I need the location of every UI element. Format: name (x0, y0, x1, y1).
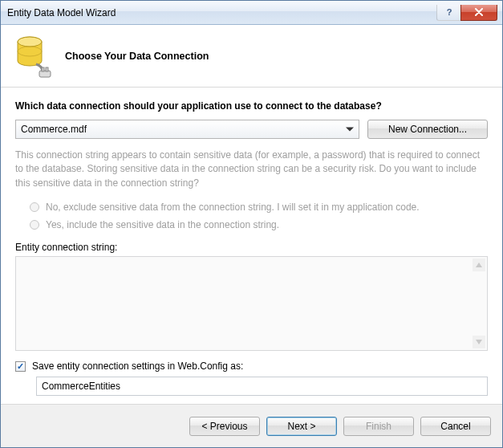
radio-include-sensitive: Yes, include the sensitive data in the c… (30, 219, 488, 230)
step-title: Choose Your Data Connection (65, 51, 209, 62)
save-settings-label: Save entity connection settings in Web.C… (32, 360, 243, 372)
previous-label: < Previous (201, 421, 247, 432)
window-title: Entity Data Model Wizard (7, 7, 436, 18)
scroll-down-icon[interactable] (473, 336, 485, 348)
connection-combobox-value: Commerce.mdf (21, 124, 87, 135)
svg-rect-6 (46, 67, 48, 71)
connection-question: Which data connection should your applic… (15, 100, 488, 112)
titlebar: Entity Data Model Wizard ? (1, 1, 502, 25)
cancel-button[interactable]: Cancel (420, 417, 491, 436)
finish-label: Finish (366, 421, 391, 432)
radio-include-label: Yes, include the sensitive data in the c… (46, 219, 279, 230)
save-settings-checkbox-row: ✓ Save entity connection settings in Web… (15, 360, 488, 372)
radio-exclude-sensitive: No, exclude sensitive data from the conn… (30, 202, 488, 213)
new-connection-button[interactable]: New Connection... (367, 120, 488, 139)
connection-row: Commerce.mdf New Connection... (15, 120, 488, 139)
wizard-header: Choose Your Data Connection (1, 25, 502, 88)
wizard-content: Which data connection should your applic… (1, 88, 502, 404)
help-button[interactable]: ? (436, 5, 460, 21)
scrollbar[interactable] (473, 259, 485, 348)
close-icon (474, 8, 484, 16)
cancel-label: Cancel (440, 421, 470, 432)
close-button[interactable] (460, 5, 497, 21)
radio-icon (30, 202, 39, 212)
radio-exclude-label: No, exclude sensitive data from the conn… (46, 202, 420, 213)
save-settings-checkbox[interactable]: ✓ (15, 361, 26, 372)
finish-button: Finish (343, 417, 414, 436)
connection-combobox[interactable]: Commerce.mdf (15, 120, 359, 139)
conn-string-label: Entity connection string: (15, 242, 488, 253)
scroll-up-icon[interactable] (473, 259, 485, 271)
save-name-input[interactable]: CommerceEntities (36, 377, 488, 396)
save-name-value: CommerceEntities (42, 381, 120, 392)
new-connection-label: New Connection... (388, 124, 467, 135)
check-icon: ✓ (17, 362, 24, 371)
next-button[interactable]: Next > (266, 417, 337, 436)
sensitive-warning-text: This connection string appears to contai… (15, 149, 488, 190)
svg-text:?: ? (446, 7, 452, 17)
database-icon (15, 35, 51, 77)
svg-rect-4 (39, 71, 51, 77)
chevron-down-icon (346, 128, 354, 132)
conn-string-textarea[interactable] (15, 256, 488, 351)
wizard-window: Entity Data Model Wizard ? C (0, 0, 503, 448)
svg-point-2 (18, 37, 42, 47)
wizard-footer: < Previous Next > Finish Cancel (1, 404, 502, 447)
next-label: Next > (287, 421, 315, 432)
svg-rect-5 (42, 67, 44, 71)
help-icon: ? (445, 7, 453, 17)
radio-icon (30, 220, 39, 230)
previous-button[interactable]: < Previous (189, 417, 260, 436)
